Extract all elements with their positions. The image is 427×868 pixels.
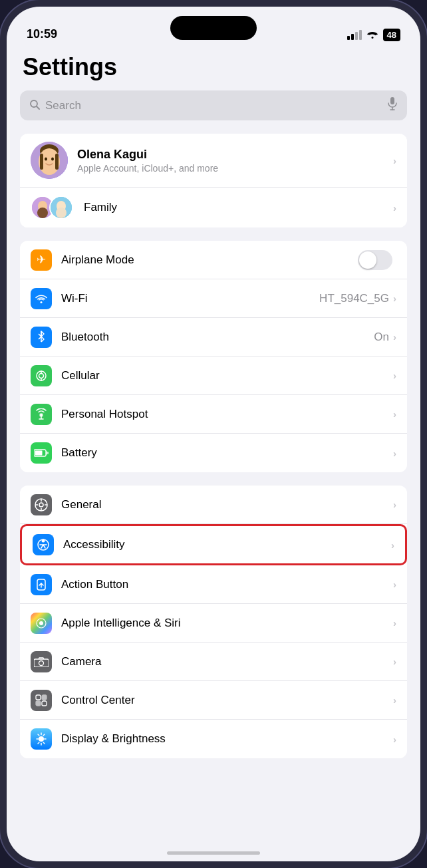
camera-icon [31, 651, 52, 672]
bluetooth-value: On [374, 331, 389, 344]
phone-screen: 10:59 48 [7, 7, 420, 861]
control-center-row[interactable]: Control Center › [20, 681, 407, 720]
battery-chevron: › [393, 448, 396, 459]
cellular-row[interactable]: Cellular › [20, 357, 407, 395]
action-button-row[interactable]: Action Button › [20, 565, 407, 604]
svg-point-33 [39, 503, 43, 507]
svg-rect-12 [55, 154, 59, 170]
accessibility-label: Accessibility [63, 538, 391, 551]
general-label: General [61, 498, 393, 511]
accessibility-row[interactable]: Accessibility › [20, 524, 407, 565]
microphone-icon [387, 97, 398, 114]
battery-icon [31, 442, 52, 464]
siri-label: Apple Intelligence & Siri [61, 617, 393, 630]
hotspot-icon [31, 404, 52, 425]
accessibility-highlighted-wrapper: Accessibility › [20, 524, 407, 565]
bluetooth-row[interactable]: Bluetooth On › [20, 318, 407, 357]
display-label: Display & Brightness [61, 732, 393, 746]
general-icon [31, 494, 52, 515]
wifi-label: Wi-Fi [61, 292, 319, 305]
cellular-label: Cellular [61, 369, 393, 382]
display-row[interactable]: Display & Brightness › [20, 720, 407, 758]
profile-subtitle: Apple Account, iCloud+, and more [77, 163, 393, 174]
svg-rect-47 [36, 701, 41, 706]
signal-bar-2 [351, 34, 354, 40]
search-placeholder: Search [45, 99, 382, 112]
svg-point-9 [45, 158, 47, 161]
svg-point-49 [39, 736, 44, 742]
wifi-chevron: › [393, 293, 396, 304]
svg-line-1 [37, 106, 39, 109]
bluetooth-icon [31, 327, 52, 348]
signal-bars [347, 30, 362, 40]
accessibility-chevron: › [391, 539, 394, 551]
svg-point-19 [41, 301, 43, 303]
action-button-chevron: › [393, 579, 396, 590]
avatar [31, 142, 68, 179]
camera-label: Camera [61, 655, 393, 668]
profile-name: Olena Kagui [77, 148, 393, 162]
siri-icon [31, 613, 52, 634]
control-center-chevron: › [393, 694, 396, 706]
general-row[interactable]: General › [20, 486, 407, 524]
svg-rect-2 [390, 97, 394, 104]
airplane-mode-row[interactable]: ✈ Airplane Mode [20, 241, 407, 279]
wifi-status-icon [366, 28, 379, 41]
svg-rect-11 [40, 154, 43, 170]
search-bar[interactable]: Search [20, 90, 407, 120]
connectivity-group: ✈ Airplane Mode [20, 241, 407, 472]
family-avatar-2 [49, 196, 73, 219]
svg-point-44 [39, 660, 44, 665]
svg-line-54 [38, 734, 39, 736]
airplane-mode-toggle[interactable] [358, 250, 392, 270]
home-indicator [167, 851, 260, 855]
wifi-row[interactable]: Wi-Fi HT_594C_5G › [20, 279, 407, 318]
family-row[interactable]: Family › [20, 188, 407, 227]
toggle-knob [359, 251, 376, 269]
display-chevron: › [393, 734, 396, 745]
airplane-mode-icon: ✈ [31, 249, 52, 271]
system-group: General › Acces [20, 486, 407, 758]
camera-row[interactable]: Camera › [20, 643, 407, 681]
cellular-icon [31, 365, 52, 386]
signal-bar-3 [355, 32, 358, 40]
hotspot-row[interactable]: Personal Hotspot › [20, 395, 407, 434]
svg-line-57 [43, 734, 45, 736]
battery-row[interactable]: Battery › [20, 434, 407, 472]
svg-line-55 [43, 742, 45, 744]
svg-point-10 [51, 158, 54, 161]
airplane-mode-label: Airplane Mode [61, 253, 358, 267]
cellular-chevron: › [393, 370, 396, 381]
bluetooth-label: Bluetooth [61, 331, 374, 344]
svg-rect-48 [42, 701, 47, 706]
phone-frame: 10:59 48 [0, 0, 427, 868]
wifi-icon [31, 288, 52, 309]
profile-group: Olena Kagui Apple Account, iCloud+, and … [20, 134, 407, 227]
action-button-label: Action Button [61, 578, 393, 591]
family-chevron: › [393, 202, 396, 214]
camera-chevron: › [393, 656, 396, 667]
control-center-icon [31, 690, 52, 711]
dynamic-island [170, 16, 257, 40]
family-label: Family [84, 201, 393, 214]
signal-bar-4 [359, 30, 362, 40]
svg-point-43 [39, 621, 43, 625]
status-icons: 48 [347, 28, 400, 41]
search-icon [29, 99, 40, 112]
page-title: Settings [20, 53, 407, 81]
battery-label: Battery [61, 446, 393, 460]
power-button[interactable] [420, 153, 427, 213]
profile-row[interactable]: Olena Kagui Apple Account, iCloud+, and … [20, 134, 407, 188]
siri-row[interactable]: Apple Intelligence & Siri › [20, 604, 407, 643]
general-chevron: › [393, 499, 396, 510]
hotspot-chevron: › [393, 408, 396, 420]
accessibility-icon [33, 534, 54, 555]
status-time: 10:59 [27, 27, 57, 41]
volume-up-button[interactable] [0, 140, 7, 180]
svg-rect-45 [36, 695, 41, 700]
svg-point-27 [40, 414, 43, 416]
volume-down-button[interactable] [0, 190, 7, 229]
bluetooth-chevron: › [393, 331, 396, 343]
svg-line-56 [38, 742, 39, 744]
svg-rect-31 [35, 451, 43, 456]
